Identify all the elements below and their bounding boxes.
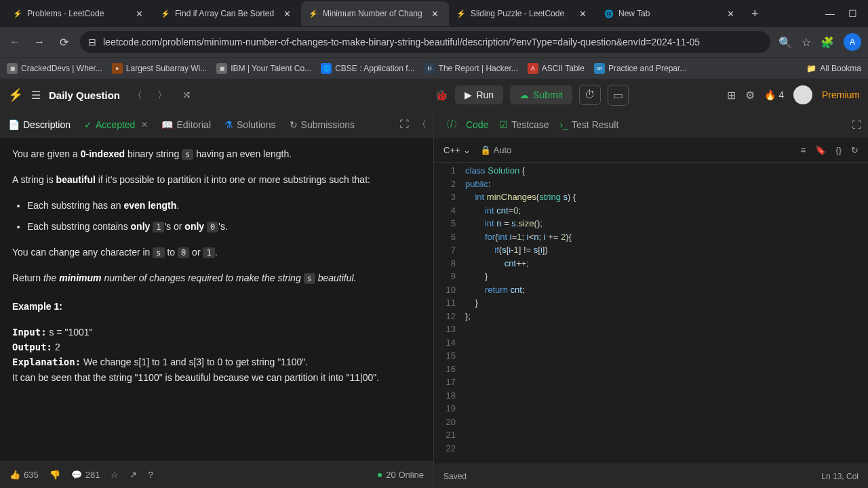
browser-tab[interactable]: ⚡ Problems - LeetCode ✕ [5, 1, 153, 26]
tab-testresult[interactable]: ›_Test Result [560, 119, 619, 130]
problem-footer: 👍635 👎 💬281 ☆ ↗ ? 20 Online [0, 461, 433, 488]
favicon-icon: ⚡ [160, 8, 171, 19]
tab-label: Editorial [176, 119, 211, 130]
bookmark-item[interactable]: ●Largest Subarray Wi... [112, 63, 207, 74]
like-count: 635 [24, 470, 39, 480]
submit-button[interactable]: ☁Submit [510, 85, 572, 104]
browser-tab[interactable]: ⚡ Sliding Puzzle - LeetCode ✕ [449, 1, 597, 26]
tab-description[interactable]: 📄Description [7, 117, 72, 133]
bookmark-item[interactable]: ◼CrackedDevs | Wher... [7, 63, 102, 74]
tab-close-icon[interactable]: ✕ [280, 7, 294, 20]
left-tab-bar: 📄Description ✓Accepted✕ 📖Editorial ⚗Solu… [0, 111, 433, 138]
daily-question-label[interactable]: Daily Question [49, 89, 120, 101]
tab-close-icon[interactable]: ✕ [724, 7, 738, 20]
bookmark-item[interactable]: unPractice and Prepar... [594, 63, 686, 74]
back-button[interactable]: ← [7, 36, 23, 48]
bookmark-favicon-icon: ● [112, 63, 123, 74]
history-icon: ↻ [290, 119, 298, 130]
run-button[interactable]: ▶Run [455, 85, 503, 104]
check-square-icon: ☑ [499, 119, 508, 130]
line-gutter: 12345678910111213141516171819202122 [434, 163, 462, 464]
next-problem-button[interactable]: 〉 [153, 86, 172, 104]
timer-icon[interactable]: ⏱ [579, 85, 601, 105]
dislike-button[interactable]: 👎 [50, 470, 60, 480]
bookmark-icon[interactable]: 🔖 [815, 145, 826, 155]
tab-title: Find if Array Can Be Sorted [175, 9, 276, 18]
language-select[interactable]: C++⌄ [443, 145, 471, 155]
tab-label: Testcase [511, 119, 549, 130]
all-bookmarks-button[interactable]: 📁All Bookma [806, 64, 861, 73]
right-tab-bar: 〈/〉Code ☑Testcase ›_Test Result ⛶ [434, 111, 868, 138]
code-pane: 〈/〉Code ☑Testcase ›_Test Result ⛶ C++⌄ 🔒… [434, 111, 868, 488]
problem-paragraph: Return the minimum number of changes req… [12, 270, 421, 287]
maximize-pane-icon[interactable]: ⛶ [852, 119, 861, 130]
cursor-position: Ln 13, Col [821, 472, 859, 481]
extensions-icon[interactable]: 🧩 [821, 36, 834, 49]
url-input[interactable]: ⊟ leetcode.com/problems/minimum-number-o… [80, 31, 770, 53]
bookmark-favicon-icon: ◼ [7, 63, 18, 74]
user-avatar[interactable] [793, 85, 812, 104]
prev-problem-button[interactable]: 〈 [128, 86, 146, 104]
tab-solutions[interactable]: ⚗Solutions [223, 117, 277, 133]
tab-close-icon[interactable]: ✕ [132, 7, 146, 20]
debug-icon[interactable]: 🐞 [435, 89, 448, 102]
bookmark-label: Largest Subarray Wi... [126, 64, 207, 73]
profile-avatar[interactable]: A [844, 33, 861, 51]
tab-editorial[interactable]: 📖Editorial [160, 117, 212, 133]
help-button[interactable]: ? [148, 470, 153, 480]
autocomplete-toggle[interactable]: 🔒Auto [480, 145, 512, 155]
maximize-icon[interactable]: ☐ [848, 8, 857, 19]
editor-footer: Saved Ln 13, Col [434, 464, 868, 488]
notes-icon[interactable]: ▭ [608, 85, 629, 106]
close-icon[interactable]: ✕ [141, 120, 148, 129]
reload-button[interactable]: ⟳ [56, 36, 72, 49]
code-content[interactable]: class Solution { public: int minChanges(… [462, 163, 868, 464]
settings-icon[interactable]: ⚙ [745, 89, 755, 102]
new-tab-button[interactable]: + [745, 4, 766, 24]
tab-submissions[interactable]: ↻Submissions [288, 117, 356, 133]
bookmark-item[interactable]: AASCII Table [528, 63, 585, 74]
browser-tab-active[interactable]: ⚡ Minimum Number of Chang ✕ [301, 1, 449, 26]
browser-tab-strip: ⚡ Problems - LeetCode ✕ ⚡ Find if Array … [0, 0, 868, 27]
streak-counter[interactable]: 🔥4 [764, 89, 784, 100]
problem-list-icon[interactable]: ☰ [31, 89, 41, 102]
streak-value: 4 [778, 89, 784, 100]
bookmark-item[interactable]: HThe Report | Hacker... [425, 63, 518, 74]
reset-icon[interactable]: ↻ [851, 145, 859, 155]
share-button[interactable]: ↗ [130, 470, 137, 480]
forward-button[interactable]: → [31, 36, 47, 48]
browser-tab[interactable]: 🌐 New Tab ✕ [597, 1, 745, 26]
bookmark-star-icon[interactable]: ☆ [802, 36, 811, 49]
shuffle-button[interactable]: ⤭ [178, 86, 195, 104]
tab-testcase[interactable]: ☑Testcase [499, 119, 549, 130]
collapse-icon[interactable]: 〈 [417, 119, 427, 131]
tab-code[interactable]: 〈/〉Code [441, 119, 488, 131]
tab-close-icon[interactable]: ✕ [576, 7, 590, 20]
submit-label: Submit [533, 89, 563, 100]
problem-description[interactable]: You are given a 0-indexed binary string … [0, 138, 433, 461]
code-editor[interactable]: 12345678910111213141516171819202122 clas… [434, 163, 868, 464]
favorite-button[interactable]: ☆ [111, 470, 119, 480]
bookmark-label: IBM | Your Talent Co... [231, 64, 311, 73]
run-label: Run [476, 89, 494, 100]
zoom-icon[interactable]: 🔍 [778, 36, 792, 49]
bookmark-item[interactable]: 🌐CBSE : Application f... [321, 63, 414, 74]
bookmark-favicon-icon: A [528, 63, 538, 74]
tab-close-icon[interactable]: ✕ [428, 7, 442, 20]
braces-icon[interactable]: {} [835, 145, 842, 155]
tab-label: Solutions [237, 119, 276, 130]
browser-tab[interactable]: ⚡ Find if Array Can Be Sorted ✕ [153, 1, 301, 26]
minimize-icon[interactable]: — [825, 8, 835, 19]
site-info-icon[interactable]: ⊟ [88, 37, 96, 47]
thumbs-up-icon: 👍 [9, 470, 20, 480]
fullscreen-icon[interactable]: ⛶ [399, 119, 409, 131]
favicon-icon: 🌐 [604, 8, 614, 19]
leetcode-logo-icon[interactable]: ⚡ [8, 87, 23, 102]
format-icon[interactable]: ≡ [801, 145, 806, 155]
premium-link[interactable]: Premium [822, 89, 860, 100]
tab-accepted[interactable]: ✓Accepted✕ [83, 117, 149, 133]
comments-button[interactable]: 💬281 [71, 470, 100, 480]
layout-icon[interactable]: ⊞ [727, 89, 736, 102]
like-button[interactable]: 👍635 [9, 470, 39, 480]
bookmark-item[interactable]: ◼IBM | Your Talent Co... [216, 63, 311, 74]
